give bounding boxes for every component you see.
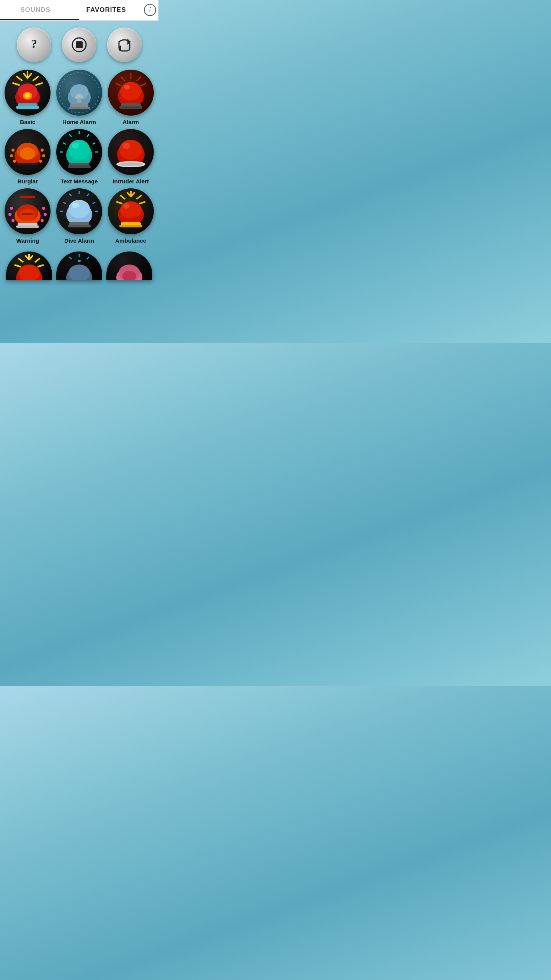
svg-line-11 [36,83,42,85]
svg-rect-74 [16,225,39,228]
sound-grid: Basic Home Alarm [0,66,158,248]
svg-point-83 [68,200,90,218]
svg-point-96 [123,203,130,209]
svg-point-39 [39,160,42,163]
sound-label-basic: Basic [20,119,35,125]
partial-icon-2 [56,252,102,280]
help-button[interactable]: ? [17,28,51,62]
info-button[interactable]: i [142,2,158,18]
svg-line-76 [69,194,72,196]
svg-point-113 [68,265,90,280]
partial-item-1[interactable] [6,252,52,280]
svg-line-92 [116,202,122,204]
tab-underline [0,19,79,20]
svg-rect-98 [119,225,142,227]
sound-item-basic[interactable]: Basic [4,70,52,125]
sound-icon-warning [5,188,51,234]
svg-rect-68 [20,196,35,198]
svg-point-15 [25,93,30,98]
svg-point-67 [41,219,44,222]
svg-line-27 [116,83,121,86]
svg-point-38 [42,154,45,157]
svg-point-63 [8,213,11,216]
svg-point-95 [120,201,142,218]
sound-icon-basic [5,70,51,116]
tab-sounds[interactable]: SOUNDS [0,1,71,19]
svg-point-64 [11,219,15,222]
svg-point-53 [68,140,90,160]
tab-favorites[interactable]: FAVORITES [71,1,142,19]
sound-item-dive-alarm[interactable]: Dive Alarm [55,188,103,244]
svg-line-77 [87,194,89,196]
svg-line-78 [63,202,66,204]
svg-point-58 [119,140,142,160]
sound-item-text-message[interactable]: Text Message [55,129,103,185]
sound-label-warning: Warning [16,237,39,244]
svg-line-103 [35,258,40,262]
sound-label-dive-alarm: Dive Alarm [64,237,94,244]
svg-line-110 [87,257,89,259]
svg-line-28 [140,83,146,86]
svg-point-54 [72,143,79,149]
partial-icon-1 [6,252,52,280]
svg-line-109 [69,257,72,259]
sound-icon-home-alarm [56,70,102,116]
svg-point-61 [119,162,143,166]
svg-rect-21 [77,97,81,103]
sound-label-intruder-alert: Intruder Alert [112,178,148,185]
control-row: ? [0,21,158,66]
sound-item-alarm[interactable]: Alarm [107,70,155,125]
svg-point-30 [120,82,142,100]
svg-point-84 [72,203,79,208]
sound-label-ambulance: Ambulance [115,237,146,244]
sound-item-warning[interactable]: Warning [4,188,52,244]
svg-rect-44 [16,165,39,168]
svg-point-34 [11,149,15,152]
partial-item-3[interactable] [106,252,152,280]
svg-point-59 [122,143,130,149]
svg-point-66 [44,213,47,216]
svg-line-79 [93,202,95,204]
svg-line-104 [15,265,21,267]
svg-rect-33 [119,106,142,109]
partial-item-2[interactable] [56,252,102,280]
sound-label-text-message: Text Message [60,178,98,185]
svg-rect-86 [68,225,91,227]
svg-line-93 [139,202,145,204]
tab-bar: SOUNDS FAVORITES i [0,0,158,21]
question-icon: ? [26,36,42,53]
repeat-icon [116,36,133,53]
sound-item-intruder-alert[interactable]: Intruder Alert [107,129,155,185]
svg-point-42 [20,147,35,160]
stop-button[interactable] [62,28,96,62]
svg-line-9 [33,77,38,80]
svg-rect-2 [76,41,83,48]
info-icon: i [144,4,156,16]
sound-item-home-alarm[interactable]: Home Alarm [55,70,103,125]
sound-icon-burglar [5,129,51,175]
svg-line-10 [13,83,19,85]
sound-label-burglar: Burglar [18,178,38,185]
svg-point-107 [18,265,40,280]
svg-line-49 [93,143,95,144]
sound-label-alarm: Alarm [122,119,139,125]
svg-rect-72 [22,213,33,215]
sound-icon-alarm [108,70,154,116]
partial-row [0,248,158,280]
svg-point-35 [10,154,13,157]
svg-line-48 [63,143,66,144]
svg-rect-17 [16,106,39,109]
repeat-button[interactable] [107,28,142,62]
svg-point-62 [10,207,13,210]
sound-item-ambulance[interactable]: Ambulance [107,188,155,244]
sound-icon-dive-alarm [56,188,102,234]
sound-item-burglar[interactable]: Burglar [4,129,52,185]
stop-icon [71,36,88,53]
svg-line-47 [87,134,89,137]
svg-rect-23 [68,107,90,109]
svg-line-102 [18,258,23,262]
svg-line-91 [137,195,142,199]
svg-line-26 [137,77,141,81]
svg-line-8 [17,77,22,80]
sound-label-home-alarm: Home Alarm [62,119,96,125]
